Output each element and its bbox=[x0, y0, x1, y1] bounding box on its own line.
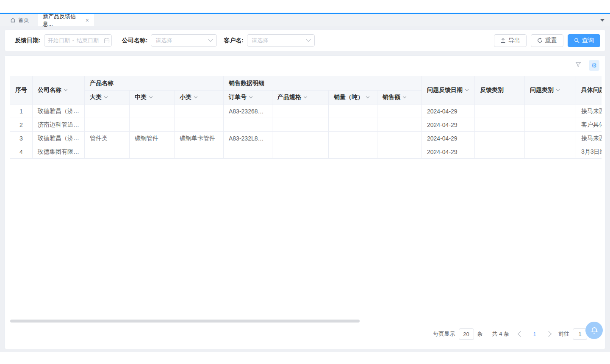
sort-caret-icon[interactable] bbox=[403, 95, 406, 98]
cell-feedback-type bbox=[475, 118, 525, 132]
cell-feedback-type bbox=[475, 145, 525, 159]
col-header-seq: 序号 bbox=[10, 76, 33, 105]
sort-caret-icon[interactable] bbox=[366, 95, 369, 98]
filter-panel: 反馈日期: 开始日期 - 结束日期 公司名称: 请选择 客户名: 请选择 导出 bbox=[4, 30, 606, 51]
cell-seq: 4 bbox=[10, 145, 33, 159]
table-row: 1 玫德雅昌（济南... A83-2326860... 2024-04-29 接… bbox=[10, 105, 602, 118]
company-select-placeholder: 请选择 bbox=[155, 37, 172, 44]
cell-amount bbox=[377, 132, 422, 145]
calendar-icon bbox=[104, 38, 110, 44]
cell-issue-detail: 接马来西亚 bbox=[576, 132, 602, 145]
cell-feedback-date: 2024-04-29 bbox=[422, 105, 475, 118]
cell-order-no bbox=[224, 145, 272, 159]
col-header-cat-major[interactable]: 大类 bbox=[85, 91, 130, 105]
col-header-company[interactable]: 公司名称 bbox=[33, 76, 85, 105]
cell-seq: 1 bbox=[10, 105, 33, 118]
sort-caret-icon[interactable] bbox=[104, 95, 108, 98]
pagination: 每页显示 条 共 4 条 1 前往 页 bbox=[433, 328, 596, 340]
table-panel: ⚙ 序号 公司名称 产品名称 销售数据明细 问题反馈日期 反馈类别 bbox=[4, 55, 606, 349]
tab-bar: 首页 新产品反馈信息... × bbox=[0, 14, 610, 26]
customer-name-select[interactable]: 请选择 bbox=[247, 34, 315, 47]
data-table-container: 序号 公司名称 产品名称 销售数据明细 问题反馈日期 反馈类别 问题类别 具体问… bbox=[10, 76, 602, 215]
tab-active-label: 新产品反馈信息... bbox=[43, 13, 86, 28]
col-header-feedback-date[interactable]: 问题反馈日期 bbox=[422, 76, 475, 105]
sort-caret-icon[interactable] bbox=[194, 95, 197, 98]
search-button[interactable]: 查询 bbox=[568, 34, 600, 47]
prev-page-icon[interactable] bbox=[518, 331, 524, 337]
col-header-issue-type[interactable]: 问题类别 bbox=[525, 76, 576, 105]
export-label: 导出 bbox=[508, 37, 520, 44]
current-page[interactable]: 1 bbox=[529, 331, 541, 337]
sort-caret-icon[interactable] bbox=[249, 95, 252, 98]
cell-issue-detail: 接马来西亚 bbox=[576, 105, 602, 118]
cell-cat-major bbox=[85, 118, 130, 132]
table-row: 2 济南迈科管道科... 2024-04-29 客户具体 bbox=[10, 118, 602, 132]
cell-company: 玫德集团有限公司 bbox=[33, 145, 85, 159]
col-header-amount[interactable]: 销售额 bbox=[377, 91, 422, 105]
cell-company: 玫德雅昌（济南... bbox=[33, 132, 85, 145]
cell-volume bbox=[329, 105, 377, 118]
cell-volume bbox=[329, 118, 377, 132]
goto-page-input[interactable] bbox=[573, 328, 587, 340]
cell-cat-major bbox=[85, 145, 130, 159]
feedback-date-range-input[interactable]: 开始日期 - 结束日期 bbox=[44, 34, 112, 47]
sort-caret-icon[interactable] bbox=[304, 95, 307, 98]
cell-volume bbox=[329, 145, 377, 159]
cell-company: 玫德雅昌（济南... bbox=[33, 105, 85, 118]
notification-bell-button[interactable] bbox=[585, 322, 603, 339]
cell-cat-major: 管件类 bbox=[85, 132, 130, 145]
cell-issue-type bbox=[525, 145, 576, 159]
cell-company: 济南迈科管道科... bbox=[33, 118, 85, 132]
table-row: 3 玫德雅昌（济南... 管件类 碳钢管件 碳钢单卡管件 A83-232L852… bbox=[10, 132, 602, 145]
cell-order-no bbox=[224, 118, 272, 132]
sort-caret-icon[interactable] bbox=[556, 88, 560, 91]
col-header-feedback-type: 反馈类别 bbox=[475, 76, 525, 105]
col-header-order-no[interactable]: 订单号 bbox=[224, 91, 272, 105]
group-header-product-name: 产品名称 bbox=[85, 76, 224, 91]
tab-active-feedback[interactable]: 新产品反馈信息... × bbox=[38, 14, 94, 26]
refresh-icon bbox=[537, 38, 543, 43]
cell-amount bbox=[377, 145, 422, 159]
cell-feedback-type bbox=[475, 105, 525, 118]
tab-list-caret-icon[interactable] bbox=[600, 19, 604, 22]
filter-funnel-icon[interactable] bbox=[575, 61, 582, 68]
col-header-volume[interactable]: 销量（吨） bbox=[329, 91, 377, 105]
cell-cat-minor bbox=[175, 145, 224, 159]
total-count: 共 4 条 bbox=[492, 330, 509, 338]
upload-icon bbox=[500, 38, 506, 43]
sort-caret-icon[interactable] bbox=[64, 88, 67, 91]
gear-icon[interactable]: ⚙ bbox=[589, 60, 599, 71]
sort-caret-icon[interactable] bbox=[465, 88, 469, 91]
cell-spec bbox=[272, 105, 329, 118]
close-icon[interactable]: × bbox=[86, 17, 89, 23]
date-separator: - bbox=[72, 37, 74, 44]
cell-feedback-date: 2024-04-29 bbox=[422, 132, 475, 145]
col-header-cat-minor[interactable]: 小类 bbox=[175, 91, 224, 105]
chevron-down-icon bbox=[306, 37, 311, 41]
cell-feedback-type bbox=[475, 132, 525, 145]
company-name-select[interactable]: 请选择 bbox=[151, 34, 217, 47]
cell-amount bbox=[377, 118, 422, 132]
col-header-cat-mid[interactable]: 中类 bbox=[130, 91, 175, 105]
cell-seq: 2 bbox=[10, 118, 33, 132]
next-page-icon[interactable] bbox=[546, 331, 552, 337]
cell-cat-minor: 碳钢单卡管件 bbox=[175, 132, 224, 145]
tab-home[interactable]: 首页 bbox=[10, 14, 29, 26]
cell-order-no: A83-232L852A bbox=[224, 132, 272, 145]
date-end-placeholder: 结束日期 bbox=[77, 37, 99, 44]
cell-seq: 3 bbox=[10, 132, 33, 145]
sort-caret-icon[interactable] bbox=[149, 95, 152, 98]
per-page-unit: 条 bbox=[477, 330, 483, 338]
home-icon bbox=[10, 17, 16, 23]
per-page-input[interactable] bbox=[459, 328, 474, 340]
cell-cat-minor bbox=[175, 105, 224, 118]
export-button[interactable]: 导出 bbox=[494, 34, 527, 47]
per-page-label: 每页显示 bbox=[433, 330, 455, 338]
cell-cat-mid bbox=[130, 145, 175, 159]
reset-button[interactable]: 重置 bbox=[531, 34, 563, 47]
cell-issue-detail: 3月3日给 bbox=[576, 145, 602, 159]
search-label: 查询 bbox=[582, 37, 594, 44]
cell-spec bbox=[272, 145, 329, 159]
horizontal-scrollbar[interactable] bbox=[10, 320, 360, 323]
col-header-spec[interactable]: 产品规格 bbox=[272, 91, 329, 105]
